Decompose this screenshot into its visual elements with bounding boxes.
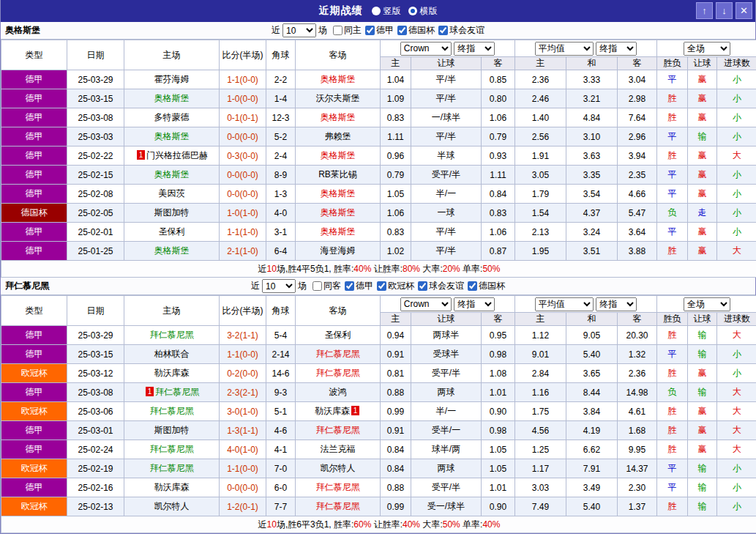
home-team[interactable]: 拜仁慕尼黑	[124, 326, 220, 345]
away-team[interactable]: 弗赖堡	[296, 127, 381, 147]
away-team[interactable]: 海登海姆	[296, 242, 381, 261]
match-score[interactable]: 4-0(1-0)	[220, 440, 266, 459]
match-score[interactable]: 0-2(0-0)	[220, 364, 266, 383]
match-score[interactable]: 2-3(2-1)	[220, 383, 266, 402]
away-team[interactable]: 拜仁慕尼黑	[296, 478, 381, 497]
checkbox-input[interactable]	[312, 281, 322, 291]
home-team[interactable]: 圣保利	[124, 223, 220, 242]
home-team[interactable]: 多特蒙德	[124, 108, 220, 127]
away-team[interactable]: 波鸿	[296, 383, 381, 402]
match-score[interactable]: 3-2(1-1)	[220, 326, 266, 345]
home-team[interactable]: 奥格斯堡	[124, 127, 220, 147]
match-score[interactable]: 0-1(0-1)	[220, 108, 266, 127]
match-score[interactable]: 3-0(1-0)	[220, 402, 266, 421]
away-team[interactable]: 凯尔特人	[296, 459, 381, 478]
filter-checkbox[interactable]: 同客	[309, 280, 341, 292]
away-team[interactable]: 奥格斯堡	[296, 223, 381, 242]
home-team[interactable]: 凯尔特人	[124, 497, 220, 516]
filter-checkbox[interactable]: 同主	[329, 24, 362, 37]
odds-stage-select[interactable]: 终指	[454, 297, 495, 311]
filter-checkbox[interactable]: 德国杯	[464, 280, 505, 292]
checkbox-input[interactable]	[468, 281, 477, 291]
average-stage-select[interactable]: 终指	[596, 297, 637, 311]
away-team[interactable]: 法兰克福	[296, 440, 381, 459]
match-score[interactable]: 1-1(0-0)	[220, 345, 266, 364]
home-team[interactable]: 斯图加特	[124, 204, 220, 223]
match-score[interactable]: 1-0(1-0)	[220, 204, 266, 223]
home-team[interactable]: 勒沃库森	[124, 364, 220, 383]
away-team[interactable]: 奥格斯堡	[296, 185, 381, 204]
recent-count-select[interactable]: 10	[262, 279, 296, 293]
match-score[interactable]: 0-0(0-0)	[220, 185, 266, 204]
bookmaker-select[interactable]: Crown	[400, 42, 452, 56]
recent-count-select[interactable]: 10	[282, 23, 316, 37]
checkbox-input[interactable]	[438, 26, 448, 35]
home-team[interactable]: 霍芬海姆	[124, 70, 220, 89]
away-team[interactable]: 勒沃库森1	[296, 402, 381, 421]
home-team[interactable]: 美因茨	[124, 185, 220, 204]
move-down-button[interactable]: ↓	[716, 2, 733, 19]
average-select[interactable]: 平均值	[535, 297, 594, 311]
checkbox-input[interactable]	[345, 281, 354, 291]
filter-checkbox[interactable]: 德甲	[362, 24, 394, 37]
team-name-text: 拜仁慕尼黑	[150, 463, 194, 473]
checkbox-input[interactable]	[418, 281, 427, 291]
filter-checkbox[interactable]: 球会友谊	[414, 280, 464, 292]
home-team[interactable]: 奥格斯堡	[124, 242, 220, 261]
checkbox-input[interactable]	[333, 26, 343, 35]
match-score[interactable]: 1-0(0-0)	[220, 89, 266, 108]
close-button[interactable]: ✕	[736, 2, 752, 19]
radio-dot-icon[interactable]	[372, 7, 381, 15]
odds-stage-select[interactable]: 终指	[454, 42, 495, 56]
away-team[interactable]: 奥格斯堡	[296, 70, 381, 89]
match-score[interactable]: 1-2(0-1)	[220, 497, 266, 516]
match-score[interactable]: 1-3(1-1)	[220, 421, 266, 440]
away-team[interactable]: 拜仁慕尼黑	[296, 421, 381, 440]
away-team[interactable]: 沃尔夫斯堡	[296, 89, 381, 108]
asian-odds-group-header: Crown 终指	[381, 40, 515, 57]
radio-dot-icon[interactable]	[408, 7, 417, 15]
away-team[interactable]: 拜仁慕尼黑	[296, 345, 381, 364]
layout-mode-radio[interactable]: 横版	[408, 5, 438, 18]
match-score[interactable]: 0-0(0-0)	[220, 478, 266, 497]
home-team[interactable]: 1拜仁慕尼黑	[124, 383, 220, 402]
bookmaker-select[interactable]: Crown	[400, 297, 452, 311]
away-team[interactable]: 奥格斯堡	[296, 204, 381, 223]
match-score[interactable]: 1-1(0-0)	[220, 70, 266, 89]
filter-checkbox[interactable]: 德甲	[341, 280, 373, 292]
average-stage-select[interactable]: 终指	[596, 42, 637, 56]
match-score[interactable]: 0-3(0-0)	[220, 147, 266, 166]
away-team[interactable]: RB莱比锡	[296, 166, 381, 185]
away-team[interactable]: 拜仁慕尼黑	[296, 497, 381, 516]
match-score[interactable]: 0-0(0-0)	[220, 127, 266, 147]
home-team[interactable]: 斯图加特	[124, 421, 220, 440]
away-team[interactable]: 圣保利	[296, 326, 381, 345]
away-team[interactable]: 奥格斯堡	[296, 147, 381, 166]
move-up-button[interactable]: ↑	[696, 2, 713, 19]
home-team[interactable]: 柏林联合	[124, 345, 220, 364]
scope-select[interactable]: 全场	[684, 42, 730, 56]
checkbox-input[interactable]	[365, 26, 375, 35]
checkbox-input[interactable]	[397, 26, 407, 35]
match-score[interactable]: 1-1(0-0)	[220, 459, 266, 478]
away-team[interactable]: 拜仁慕尼黑	[296, 364, 381, 383]
home-team[interactable]: 勒沃库森	[124, 478, 220, 497]
home-team[interactable]: 1门兴格拉德巴赫	[124, 147, 220, 166]
match-score[interactable]: 2-1(1-0)	[220, 242, 266, 261]
away-team[interactable]: 奥格斯堡	[296, 108, 381, 127]
home-team[interactable]: 拜仁慕尼黑	[124, 402, 220, 421]
match-score[interactable]: 0-0(0-0)	[220, 166, 266, 185]
average-select[interactable]: 平均值	[535, 42, 594, 56]
filter-checkbox[interactable]: 球会友谊	[435, 24, 484, 37]
goals-result-cell: 小	[717, 185, 756, 204]
layout-mode-radio[interactable]: 竖版	[372, 5, 401, 18]
filter-checkbox[interactable]: 德国杯	[394, 24, 435, 37]
scope-select[interactable]: 全场	[684, 297, 730, 311]
filter-checkbox[interactable]: 欧冠杯	[373, 280, 414, 292]
home-team[interactable]: 拜仁慕尼黑	[124, 459, 220, 478]
match-score[interactable]: 1-1(1-0)	[220, 223, 266, 242]
home-team[interactable]: 奥格斯堡	[124, 89, 220, 108]
home-team[interactable]: 拜仁慕尼黑	[124, 440, 220, 459]
home-team[interactable]: 奥格斯堡	[124, 166, 220, 185]
checkbox-input[interactable]	[377, 281, 386, 291]
